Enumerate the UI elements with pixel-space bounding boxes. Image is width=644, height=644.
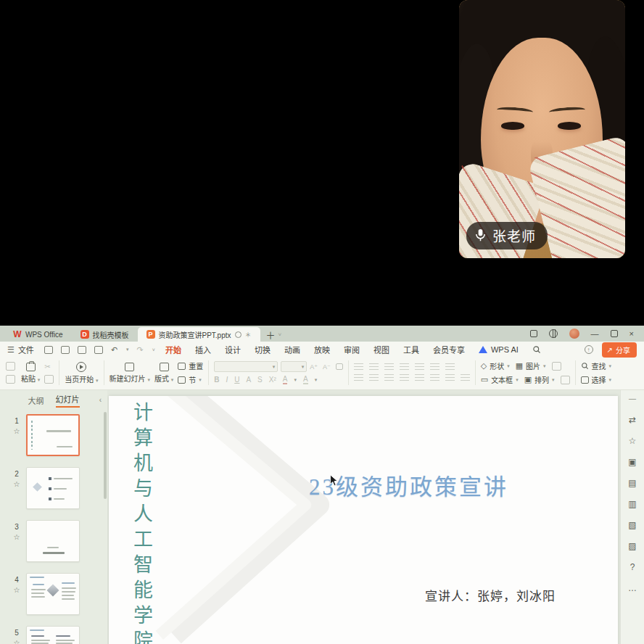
align-right-icon[interactable]	[384, 374, 394, 382]
textbox-button[interactable]: ▭ 文本框▾	[481, 374, 519, 385]
share-button[interactable]: ↗ 分享	[602, 342, 637, 358]
more-icon[interactable]: …	[627, 583, 638, 593]
clear-format-icon[interactable]	[336, 363, 343, 370]
line-spacing-icon[interactable]	[430, 363, 439, 371]
slide-thumbnail-1[interactable]	[26, 414, 80, 456]
slide-presenter-text[interactable]: 宣讲人：张婷，刘冰阳	[425, 586, 556, 604]
highlight-button[interactable]: A	[303, 375, 308, 384]
tab-design[interactable]: 设计	[225, 344, 241, 355]
slide-row-3[interactable]: 3 ☆	[7, 520, 103, 562]
slide-canvas[interactable]: 计算机与人工智能学院 23级资助政策宣讲 宣讲人：张婷，刘冰阳	[107, 390, 620, 644]
indent-increase-icon[interactable]	[400, 363, 409, 371]
slide-row-2[interactable]: 2 ☆	[7, 467, 103, 509]
new-slide-button[interactable]: 新建幻灯片 ▾	[110, 363, 150, 384]
tab-slides[interactable]: 幻灯片	[56, 393, 80, 408]
align-left-icon[interactable]	[354, 374, 363, 382]
picture-button[interactable]: ▦ 图片▾	[516, 360, 546, 371]
output-icon[interactable]	[61, 346, 70, 354]
account-avatar[interactable]	[569, 329, 579, 339]
tab-view[interactable]: 视图	[373, 344, 389, 355]
strike-button[interactable]: S	[257, 376, 263, 384]
collapse-panel-icon[interactable]: ‹	[99, 396, 102, 404]
slide-thumbnail-3[interactable]	[26, 520, 80, 562]
update-icon[interactable]: ↑	[585, 345, 593, 354]
select-button[interactable]: 选择▾	[581, 374, 612, 385]
cut-icon[interactable]: ✂	[44, 363, 54, 371]
save-icon[interactable]	[44, 346, 53, 354]
distribute-icon[interactable]	[415, 374, 424, 382]
clipart-icon[interactable]: ▤	[627, 478, 638, 488]
slide-thumbnail-2[interactable]	[26, 467, 80, 509]
number-list-icon[interactable]	[369, 363, 379, 371]
copy-icon[interactable]	[44, 375, 54, 384]
tab-home[interactable]: 开始	[165, 344, 181, 355]
tab-tools[interactable]: 工具	[403, 344, 419, 355]
tab-transitions[interactable]: 切换	[255, 344, 271, 355]
merge-shapes-icon[interactable]	[561, 376, 570, 384]
bullet-list-icon[interactable]	[354, 363, 363, 371]
slide-thumbnail-5[interactable]	[26, 626, 80, 644]
current-slide[interactable]: 计算机与人工智能学院 23级资助政策宣讲 宣讲人：张婷，刘冰阳	[109, 396, 618, 644]
align-top-icon[interactable]	[430, 374, 439, 382]
rail-collapse-handle[interactable]: —	[629, 395, 636, 402]
search-icon[interactable]	[532, 345, 541, 354]
align-bottom-icon[interactable]	[461, 374, 470, 382]
superscript-button[interactable]: X²	[269, 376, 276, 384]
tab-member[interactable]: 会员专享	[433, 344, 465, 355]
section-button[interactable]: 节 ▾	[178, 374, 203, 385]
arrange-button[interactable]: ▣ 排列▾	[524, 374, 555, 385]
tab-presentation-file[interactable]: P 资助政策宣讲PPT.pptx ＊	[138, 327, 260, 342]
reset-button[interactable]: 重置	[178, 360, 203, 371]
tab-animations[interactable]: 动画	[284, 344, 300, 355]
tab-docer-templates[interactable]: D 找稻壳模板	[72, 327, 138, 342]
translate-icon[interactable]: ⇄	[627, 415, 638, 425]
tab-list-caret-icon[interactable]: ˅	[278, 331, 282, 338]
bold-button[interactable]: B	[214, 376, 219, 384]
undo-caret-icon[interactable]: ▾	[126, 347, 129, 352]
justify-icon[interactable]	[400, 374, 409, 382]
find-button[interactable]: 查找▾	[581, 360, 612, 371]
close-button[interactable]: ×	[629, 329, 634, 338]
align-center-icon[interactable]	[369, 374, 379, 382]
help-icon[interactable]: ?	[627, 562, 638, 572]
layout-button[interactable]: 版式 ▾	[154, 363, 173, 384]
reading-icon[interactable]: ▨	[627, 541, 638, 551]
minimize-button[interactable]: —	[591, 329, 599, 338]
tab-wps-home[interactable]: W WPS Office	[4, 327, 72, 342]
paste-button[interactable]: 粘贴 ▾	[21, 363, 40, 384]
print-preview-icon[interactable]	[94, 346, 103, 354]
slide-title[interactable]: 23级资助政策宣讲	[309, 468, 508, 501]
slide-thumbnail-4[interactable]	[26, 573, 80, 615]
columns-icon[interactable]	[445, 363, 455, 371]
new-tab-button[interactable]: ＋ ˅	[266, 328, 282, 342]
tab-slideshow[interactable]: 放映	[314, 344, 330, 355]
workspace-icon[interactable]	[530, 330, 537, 337]
font-size-combobox[interactable]: ▾	[281, 361, 307, 372]
slide-row-1[interactable]: 1 ☆	[7, 414, 103, 456]
resource-icon[interactable]: ▣	[627, 457, 638, 467]
globe-icon[interactable]	[549, 329, 558, 338]
template-icon[interactable]: ▥	[627, 499, 638, 509]
slide-row-5[interactable]: 5 ☆	[7, 626, 103, 644]
undo-icon[interactable]: ↶	[111, 345, 117, 355]
tab-outline[interactable]: 大纲	[28, 395, 44, 406]
italic-button[interactable]: I	[226, 376, 228, 384]
chart-icon[interactable]	[552, 362, 561, 371]
slide-vertical-title[interactable]: 计算机与人工智能学院	[128, 402, 156, 644]
wps-ai-button[interactable]: WPS AI	[479, 345, 519, 354]
indent-decrease-icon[interactable]	[384, 363, 394, 371]
redo-icon[interactable]: ↷	[137, 345, 144, 355]
format-painter-icon[interactable]	[6, 362, 15, 371]
file-menu[interactable]: ☰ 文件	[7, 344, 34, 355]
webcam-video-feed[interactable]: 张老师	[459, 0, 625, 258]
increase-font-icon[interactable]: A⁺	[310, 363, 318, 371]
cloud-sync-icon[interactable]	[235, 331, 242, 338]
font-name-combobox[interactable]: ▾	[214, 361, 278, 372]
print-icon[interactable]	[78, 346, 86, 354]
text-direction-icon[interactable]	[415, 363, 424, 371]
redo-caret-icon[interactable]: ˅	[152, 347, 155, 352]
favorites-star-icon[interactable]: ☆	[627, 436, 638, 446]
char-spacing-button[interactable]: A	[246, 376, 251, 384]
panel-scrollbar[interactable]	[104, 412, 107, 499]
font-color-button[interactable]: A	[283, 375, 288, 384]
